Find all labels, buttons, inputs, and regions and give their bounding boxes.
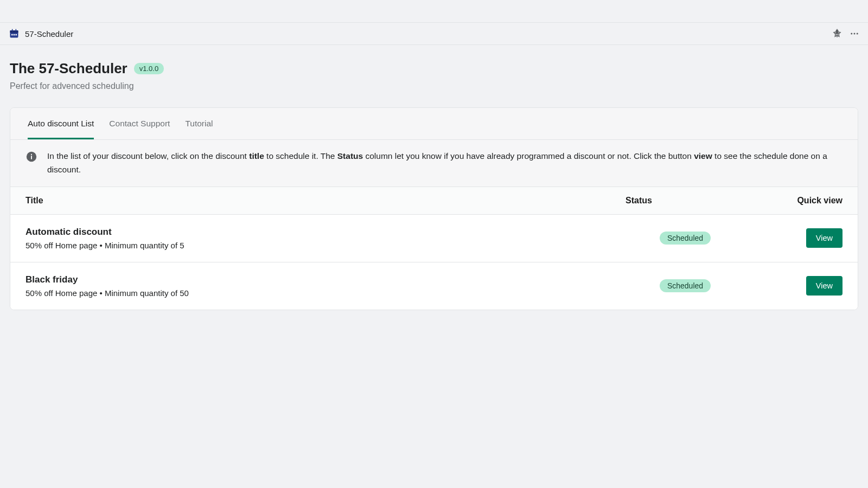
version-badge: v1.0.0: [134, 63, 164, 74]
page-head: The 57-Scheduler v1.0.0: [10, 60, 858, 77]
banner-text-mid1: to schedule it. The: [264, 151, 337, 160]
row-title-cell[interactable]: Automatic discount 50% off Home page • M…: [25, 227, 626, 250]
status-badge: Scheduled: [660, 232, 711, 245]
row-quick-cell: View: [745, 228, 843, 248]
svg-point-9: [854, 33, 856, 35]
info-banner: In the list of your discount below, clic…: [10, 140, 858, 187]
view-button[interactable]: View: [806, 276, 843, 296]
svg-rect-12: [31, 156, 32, 159]
row-title-cell[interactable]: Black friday 50% off Home page • Minimum…: [25, 274, 626, 298]
table-row: Black friday 50% off Home page • Minimum…: [10, 262, 858, 310]
row-title-sub: 50% off Home page • Minimum quantity of …: [25, 241, 626, 250]
app-titlebar: 57-Scheduler: [0, 23, 868, 45]
banner-text-b2: Status: [337, 151, 363, 160]
banner-text-pre: In the list of your discount below, clic…: [47, 151, 249, 160]
row-title-main: Automatic discount: [25, 227, 626, 237]
row-title-sub: 50% off Home page • Minimum quantity of …: [25, 288, 626, 298]
tab-tutorial[interactable]: Tutorial: [185, 108, 213, 139]
col-header-status: Status: [626, 196, 745, 206]
info-icon: [25, 151, 37, 163]
banner-text-b3: view: [694, 151, 712, 160]
banner-text-mid2: column let you know if you have already …: [363, 151, 694, 160]
table-header: Title Status Quick view: [10, 187, 858, 215]
view-button[interactable]: View: [806, 228, 843, 248]
svg-rect-6: [16, 34, 17, 36]
svg-rect-2: [12, 29, 13, 31]
tab-auto-discount-list[interactable]: Auto discount List: [28, 108, 94, 139]
svg-rect-1: [10, 30, 18, 33]
app-titlebar-left: 57-Scheduler: [9, 28, 73, 39]
row-status-cell: Scheduled: [626, 279, 745, 292]
app-logo-icon: [9, 28, 20, 39]
svg-point-13: [31, 154, 32, 155]
table-row: Automatic discount 50% off Home page • M…: [10, 215, 858, 262]
page-subtitle: Perfect for advenced scheduling: [10, 81, 858, 91]
row-title-main: Black friday: [25, 274, 626, 285]
page-wrap: The 57-Scheduler v1.0.0 Perfect for adve…: [0, 45, 868, 310]
page-title: The 57-Scheduler: [10, 60, 127, 77]
top-spacer: [0, 0, 868, 23]
row-quick-cell: View: [745, 276, 843, 296]
info-banner-text: In the list of your discount below, clic…: [47, 150, 843, 177]
row-status-cell: Scheduled: [626, 232, 745, 245]
col-header-title: Title: [25, 196, 626, 206]
tab-contact-support[interactable]: Contact Support: [109, 108, 170, 139]
svg-point-10: [857, 33, 858, 35]
pin-icon[interactable]: [832, 29, 842, 38]
svg-rect-3: [16, 29, 17, 31]
app-titlebar-right: [832, 29, 859, 38]
main-card: Auto discount List Contact Support Tutor…: [10, 107, 858, 310]
svg-rect-4: [11, 34, 13, 36]
col-header-quick: Quick view: [745, 196, 843, 206]
app-name: 57-Scheduler: [25, 29, 73, 38]
svg-rect-5: [14, 34, 15, 36]
tabs: Auto discount List Contact Support Tutor…: [10, 108, 858, 140]
more-icon[interactable]: [850, 29, 859, 38]
banner-text-b1: title: [249, 151, 264, 160]
svg-point-8: [851, 33, 852, 35]
status-badge: Scheduled: [660, 279, 711, 292]
